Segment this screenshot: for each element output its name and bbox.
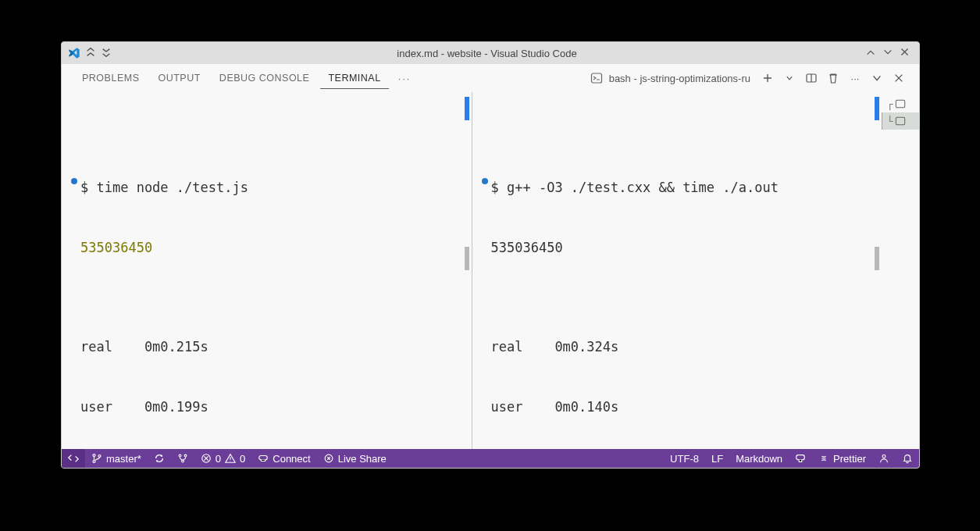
tab-output[interactable]: OUTPUT — [150, 68, 208, 88]
svg-point-6 — [93, 460, 95, 462]
terminal-more-icon[interactable]: ··· — [846, 73, 864, 84]
terminal-group-item[interactable]: └ — [882, 112, 919, 130]
scrollbar-marker — [465, 247, 469, 270]
tab-terminal[interactable]: TERMINAL — [320, 68, 388, 89]
terminal-line: real 0m0.215s — [80, 337, 208, 358]
svg-point-9 — [184, 454, 187, 457]
terminal-line: $ time node ./test.js — [80, 178, 248, 198]
new-terminal-dropdown-icon[interactable] — [780, 74, 799, 82]
window-title: index.md - website - Visual Studio Code — [112, 48, 862, 59]
new-terminal-button[interactable] — [758, 72, 777, 84]
terminal-group-item[interactable]: ┌ — [882, 95, 919, 112]
minimize-icon[interactable] — [862, 47, 879, 60]
terminal-line: 535036450 — [80, 238, 152, 258]
git-graph-button[interactable] — [171, 449, 194, 468]
language-button[interactable]: Markdown — [729, 449, 789, 468]
split-terminal-button[interactable] — [802, 72, 821, 84]
terminal-pane-left[interactable]: $ time node ./test.js 535036450 real 0m0… — [62, 92, 472, 449]
remote-button[interactable] — [62, 449, 85, 468]
panel-header: PROBLEMS OUTPUT DEBUG CONSOLE TERMINAL ·… — [62, 64, 919, 92]
scrollbar-marker — [875, 97, 879, 120]
liveshare-label: Live Share — [338, 453, 387, 465]
svg-rect-4 — [896, 117, 904, 125]
problems-button[interactable]: 0 0 — [194, 449, 251, 468]
git-sync-button[interactable] — [148, 449, 171, 468]
prettier-label: Prettier — [833, 453, 866, 465]
scrollbar-marker — [875, 247, 879, 270]
terminal-line: 535036450 — [491, 238, 563, 258]
terminal-line: user 0m0.140s — [491, 397, 619, 418]
feedback-button[interactable] — [872, 449, 896, 468]
titlebar-chevron-up-icon[interactable] — [85, 47, 96, 59]
status-bar: master* 0 0 Connect Live Share UTF-8 LF … — [62, 449, 919, 468]
panel-overflow-icon[interactable]: ··· — [392, 73, 418, 84]
liveshare-button[interactable]: Live Share — [317, 449, 393, 468]
scrollbar-marker — [465, 97, 469, 120]
title-bar: index.md - website - Visual Studio Code — [62, 42, 919, 64]
tab-problems[interactable]: PROBLEMS — [74, 68, 147, 88]
error-count: 0 — [216, 453, 221, 465]
svg-rect-3 — [896, 100, 904, 108]
svg-point-7 — [98, 454, 101, 457]
svg-point-15 — [882, 454, 886, 458]
eol-button[interactable]: LF — [705, 449, 729, 468]
svg-point-8 — [179, 454, 181, 457]
encoding-button[interactable]: UTF-8 — [664, 449, 705, 468]
vscode-window: index.md - website - Visual Studio Code … — [61, 41, 920, 469]
kill-terminal-button[interactable] — [824, 72, 843, 84]
notifications-button[interactable] — [896, 449, 919, 468]
panel-collapse-icon[interactable] — [868, 73, 886, 84]
terminal-shell-icon — [590, 72, 603, 84]
warn-count: 0 — [240, 453, 245, 465]
svg-rect-14 — [796, 455, 805, 460]
ports-connect-button[interactable]: Connect — [251, 449, 316, 468]
tab-debug-console[interactable]: DEBUG CONSOLE — [212, 68, 318, 88]
command-marker-icon — [482, 178, 488, 184]
git-branch-button[interactable]: master* — [85, 449, 148, 468]
maximize-icon[interactable] — [879, 47, 896, 60]
connect-label: Connect — [273, 453, 310, 465]
terminal-line: user 0m0.199s — [80, 397, 208, 418]
svg-point-5 — [93, 454, 95, 457]
layout-button[interactable] — [789, 449, 812, 468]
terminal-line: real 0m0.324s — [491, 337, 619, 358]
vscode-logo-icon — [68, 47, 80, 59]
terminal-line: $ g++ -O3 ./test.cxx && time ./a.out — [491, 178, 779, 198]
svg-rect-12 — [259, 456, 268, 460]
titlebar-chevron-down-icon[interactable] — [101, 47, 112, 59]
terminal-name[interactable]: bash - js-string-optimizations-ru — [606, 73, 755, 84]
terminal-pane-right[interactable]: $ g++ -O3 ./test.cxx && time ./a.out 535… — [472, 92, 882, 449]
terminal-group-list: ┌ └ — [882, 92, 919, 449]
terminal-area: $ time node ./test.js 535036450 real 0m0… — [62, 92, 919, 449]
panel-close-icon[interactable] — [889, 73, 908, 84]
prettier-button[interactable]: Prettier — [812, 449, 872, 468]
command-marker-icon — [71, 178, 77, 184]
close-icon[interactable] — [896, 47, 913, 59]
branch-name: master* — [106, 453, 141, 465]
